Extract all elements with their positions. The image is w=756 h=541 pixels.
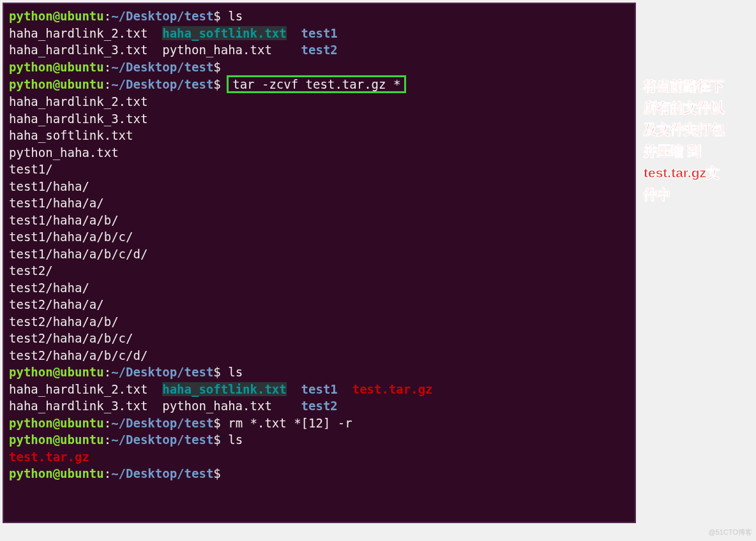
annotation-line: 将当前路径下 xyxy=(644,75,752,97)
prompt-user: python@ubuntu xyxy=(9,77,104,91)
command-rm: rm *.txt *[12] -r xyxy=(228,416,352,430)
prompt-user: python@ubuntu xyxy=(9,416,104,430)
tar-output-line: test2/haha/a/b/c/d/ xyxy=(9,348,147,362)
command-ls-2: ls xyxy=(228,365,243,379)
tar-output-line: haha_hardlink_3.txt xyxy=(9,112,147,126)
prompt-path: ~/Desktop/test xyxy=(111,466,213,480)
annotation-line: 并压缩 到 xyxy=(644,140,752,162)
prompt-path: ~/Desktop/test xyxy=(111,60,213,74)
tar-output-line: haha_hardlink_2.txt xyxy=(9,94,147,108)
prompt-user: python@ubuntu xyxy=(9,60,104,74)
file-tgz: test.tar.gz xyxy=(9,450,89,464)
dir-test1: test1 xyxy=(301,26,338,40)
dir-test1: test1 xyxy=(301,382,338,396)
prompt-sep: : xyxy=(104,466,111,480)
command-ls-3: ls xyxy=(228,433,243,447)
file-pyhaha: python_haha.txt xyxy=(162,399,272,413)
prompt-path: ~/Desktop/test xyxy=(111,433,213,447)
prompt-dollar: $ xyxy=(213,416,220,430)
annotation-line: test.tar.gz文 xyxy=(644,162,752,184)
prompt-path: ~/Desktop/test xyxy=(111,416,213,430)
tar-output-line: test1/haha/ xyxy=(9,179,89,193)
tar-output-line: test1/haha/a/b/c/ xyxy=(9,230,133,244)
file-hardlink3: haha_hardlink_3.txt xyxy=(9,399,147,413)
prompt-path: ~/Desktop/test xyxy=(111,77,213,91)
annotation-box: 将当前路径下 所有的文件以 及文件夹打包 并压缩 到 test.tar.gz文 … xyxy=(644,75,752,205)
tar-output-line: test1/haha/a/ xyxy=(9,196,104,210)
tar-output-line: test2/ xyxy=(9,263,53,278)
prompt-user: python@ubuntu xyxy=(9,9,104,23)
prompt-path: ~/Desktop/test xyxy=(111,365,213,379)
prompt-sep: : xyxy=(104,60,111,74)
tar-output-line: test2/haha/a/ xyxy=(9,297,104,311)
tar-output-line: test2/haha/a/b/ xyxy=(9,315,119,329)
tar-output-line: test2/haha/a/b/c/ xyxy=(9,331,133,345)
prompt-dollar: $ xyxy=(213,77,220,91)
prompt-user: python@ubuntu xyxy=(9,365,104,379)
prompt-sep: : xyxy=(104,9,111,23)
terminal-window[interactable]: python@ubuntu:~/Desktop/test$ ls haha_ha… xyxy=(3,3,636,523)
annotation-line: 件中 xyxy=(644,184,752,205)
prompt-dollar: $ xyxy=(213,466,220,480)
prompt-dollar: $ xyxy=(213,9,220,23)
command-tar: tar -zcvf test.tar.gz * xyxy=(232,77,400,91)
prompt-path: ~/Desktop/test xyxy=(111,9,213,23)
file-hardlink2: haha_hardlink_2.txt xyxy=(9,26,147,40)
file-hardlink2: haha_hardlink_2.txt xyxy=(9,382,147,396)
prompt-sep: : xyxy=(104,433,111,447)
file-softlink: haha_softlink.txt xyxy=(162,382,286,396)
prompt-dollar: $ xyxy=(213,365,220,379)
tar-output-line: test2/haha/ xyxy=(9,281,89,295)
file-softlink: haha_softlink.txt xyxy=(162,26,286,40)
tar-output-line: test1/ xyxy=(9,162,53,176)
prompt-user: python@ubuntu xyxy=(9,433,104,447)
tar-output-line: haha_softlink.txt xyxy=(9,128,133,142)
prompt-sep: : xyxy=(104,365,111,379)
tar-output-line: test1/haha/a/b/ xyxy=(9,213,119,227)
tar-output-line: python_haha.txt xyxy=(9,145,119,159)
tar-output-line: test1/haha/a/b/c/d/ xyxy=(9,247,147,261)
file-tgz: test.tar.gz xyxy=(352,382,433,396)
annotation-line: 及文件夹打包 xyxy=(644,119,752,140)
prompt-user: python@ubuntu xyxy=(9,466,104,480)
file-pyhaha: python_haha.txt xyxy=(162,43,272,57)
prompt-sep: : xyxy=(104,77,111,91)
dir-test2: test2 xyxy=(301,399,338,413)
prompt-dollar: $ xyxy=(213,60,220,74)
prompt-dollar: $ xyxy=(213,433,220,447)
annotation-line: 所有的文件以 xyxy=(644,97,752,119)
command-ls-1: ls xyxy=(228,9,243,23)
dir-test2: test2 xyxy=(301,43,338,57)
watermark-label: @51CTO博客 xyxy=(709,528,752,537)
highlighted-command-box: tar -zcvf test.tar.gz * xyxy=(227,75,406,93)
file-hardlink3: haha_hardlink_3.txt xyxy=(9,43,147,57)
prompt-sep: : xyxy=(104,416,111,430)
